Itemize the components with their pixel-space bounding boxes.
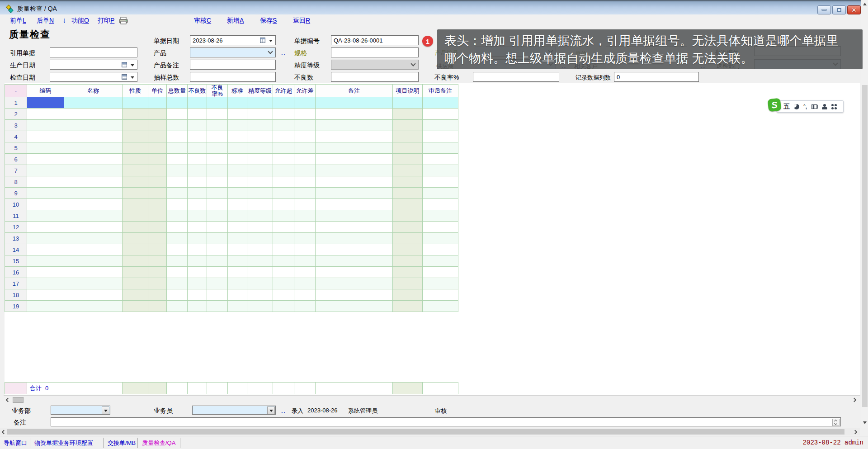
grid-cell[interactable]	[27, 131, 64, 142]
grid-cell[interactable]	[423, 154, 458, 165]
scroll-down-icon[interactable]	[863, 421, 867, 424]
chevron-down-icon[interactable]	[410, 61, 415, 66]
grid-rownum[interactable]: 15	[5, 255, 27, 267]
grid-cell[interactable]	[393, 199, 423, 210]
statusbar-tab-quality-check[interactable]: 质量检查/QA	[142, 439, 175, 447]
grid-cell[interactable]	[228, 142, 247, 154]
grid-cell[interactable]	[123, 131, 148, 142]
grid-cell[interactable]	[148, 233, 167, 244]
grid-cell[interactable]	[228, 278, 247, 289]
grid-cell[interactable]	[123, 120, 148, 131]
grid-cell[interactable]	[148, 120, 167, 131]
grid-cell[interactable]	[423, 278, 458, 289]
grid-cell[interactable]	[273, 142, 294, 154]
keyboard-icon[interactable]	[811, 104, 818, 109]
grid-cell[interactable]	[273, 165, 294, 176]
grid-cell[interactable]	[207, 109, 228, 120]
grid-cell[interactable]	[148, 267, 167, 278]
grid-col-header-8[interactable]: 标准	[228, 85, 247, 97]
grid-cell[interactable]	[316, 210, 393, 222]
minimize-button[interactable]	[817, 5, 831, 14]
grid-rownum[interactable]: 16	[5, 267, 27, 278]
spec-field[interactable]	[331, 47, 419, 57]
grid-cell[interactable]	[64, 142, 123, 154]
grid-cell[interactable]	[228, 289, 247, 301]
ime-mode-wubi[interactable]: 五	[783, 103, 790, 111]
toolbar-button-prev[interactable]: 前单L	[10, 17, 26, 25]
grid-cell[interactable]	[423, 176, 458, 188]
grid-cell[interactable]	[167, 289, 188, 301]
grid-cell[interactable]	[423, 210, 458, 222]
grid-cell[interactable]	[228, 165, 247, 176]
grid-cell[interactable]	[273, 97, 294, 109]
grid-cell[interactable]	[167, 210, 188, 222]
grid-rownum[interactable]: 18	[5, 289, 27, 301]
grid-cell[interactable]	[423, 301, 458, 312]
grid-cell[interactable]	[247, 131, 273, 142]
printer-icon[interactable]	[119, 17, 128, 24]
grid-cell[interactable]	[423, 120, 458, 131]
scrollbar-thumb[interactable]	[13, 397, 24, 403]
grid-cell[interactable]	[188, 142, 207, 154]
grid-cell[interactable]	[273, 131, 294, 142]
grid-cell[interactable]	[423, 188, 458, 199]
grid-cell[interactable]	[316, 199, 393, 210]
grid-cell[interactable]	[27, 109, 64, 120]
grid-cell[interactable]	[228, 301, 247, 312]
grid-cell[interactable]	[148, 255, 167, 267]
grid-cell[interactable]	[167, 255, 188, 267]
grid-cell[interactable]	[123, 176, 148, 188]
grid-col-header-0[interactable]: -	[5, 85, 27, 97]
grid-cell[interactable]	[423, 165, 458, 176]
grid-cell[interactable]	[167, 222, 188, 233]
grid-cell[interactable]	[188, 267, 207, 278]
grid-rownum[interactable]: 12	[5, 222, 27, 233]
grid-cell[interactable]	[316, 278, 393, 289]
grid-cell[interactable]	[247, 188, 273, 199]
grid-cell[interactable]	[393, 244, 423, 255]
user-icon[interactable]	[822, 104, 827, 109]
grid-cell[interactable]	[27, 154, 64, 165]
grid-rownum[interactable]: 8	[5, 176, 27, 188]
grid-cell[interactable]	[167, 278, 188, 289]
grid-cell[interactable]	[167, 301, 188, 312]
grid-cell[interactable]	[294, 278, 316, 289]
calendar-icon[interactable]	[122, 62, 127, 67]
sample-total-field[interactable]	[190, 72, 276, 82]
calendar-icon[interactable]	[122, 74, 127, 80]
grid-cell[interactable]	[123, 109, 148, 120]
grid-cell[interactable]	[27, 233, 64, 244]
grid-cell[interactable]	[273, 244, 294, 255]
grid-cell[interactable]	[188, 176, 207, 188]
grid-cell[interactable]	[27, 289, 64, 301]
grid-cell[interactable]	[423, 233, 458, 244]
grid-rownum[interactable]: 4	[5, 131, 27, 142]
grid-cell[interactable]	[188, 255, 207, 267]
statusbar-tab-material-config[interactable]: 物资单据业务环境配置	[34, 439, 93, 447]
toolbar-button-function[interactable]: 功能O	[71, 17, 89, 25]
grid-cell[interactable]	[294, 109, 316, 120]
product-combobox[interactable]	[190, 47, 276, 57]
doc-date-field[interactable]: 2023-08-26	[190, 35, 276, 45]
doc-no-field[interactable]: QA-23-08-26-0001	[331, 35, 419, 45]
grid-cell[interactable]	[167, 199, 188, 210]
grid-cell[interactable]	[228, 188, 247, 199]
grid-cell[interactable]	[188, 154, 207, 165]
grid-cell[interactable]	[228, 199, 247, 210]
grid-cell[interactable]	[423, 131, 458, 142]
defect-qty-field[interactable]	[331, 72, 419, 82]
precision-combobox[interactable]	[331, 60, 419, 70]
grid-cell[interactable]	[27, 97, 64, 109]
grid-cell[interactable]	[294, 131, 316, 142]
grid-cell[interactable]	[228, 109, 247, 120]
grid-cell[interactable]	[148, 154, 167, 165]
grid-cell[interactable]	[273, 289, 294, 301]
grid-cell[interactable]	[294, 142, 316, 154]
grid-cell[interactable]	[27, 142, 64, 154]
maximize-button[interactable]	[832, 5, 846, 14]
grid-cell[interactable]	[294, 154, 316, 165]
grid-cell[interactable]	[64, 222, 123, 233]
grid-cell[interactable]	[393, 267, 423, 278]
grid-cell[interactable]	[188, 222, 207, 233]
grid-cell[interactable]	[148, 109, 167, 120]
